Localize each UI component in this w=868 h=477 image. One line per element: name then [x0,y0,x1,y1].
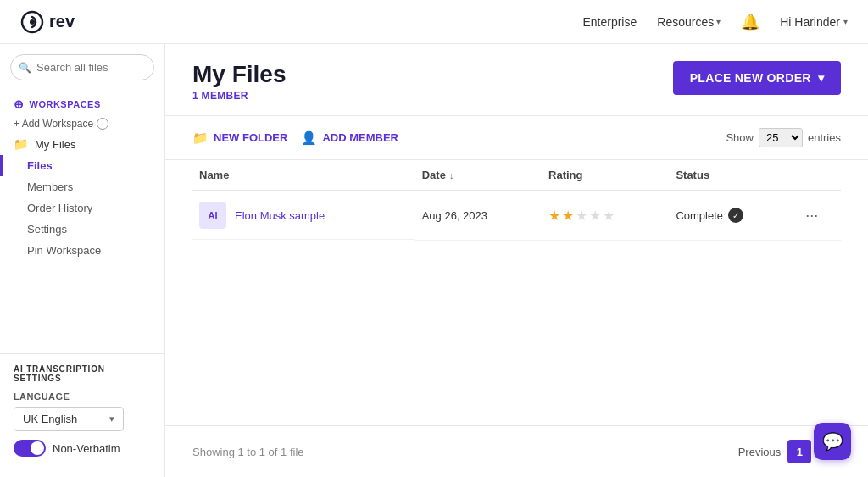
main-header: My Files 1 MEMBER PLACE NEW ORDER ▾ [165,44,868,116]
bell-icon[interactable]: 🔔 [741,13,760,31]
svg-point-1 [30,19,35,25]
ai-section-label: AI TRANSCRIPTION SETTINGS [14,364,151,383]
search-icon: 🔍 [19,62,31,74]
toolbar-right: Show 25 50 100 entries [726,128,841,147]
sidebar-item-files[interactable]: Files [0,155,164,176]
my-files-workspace[interactable]: 📁 My Files [0,133,164,155]
star-4: ★ [589,208,601,224]
file-actions-cell: ··· [798,191,841,240]
language-label: LANGUAGE [14,391,151,402]
col-header-status: Status [669,160,798,191]
user-menu[interactable]: Hi Harinder ▾ [780,15,848,29]
file-status-cell: Complete ✓ [669,191,798,240]
previous-page-button[interactable]: Previous [738,446,782,458]
sidebar-item-pin-workspace[interactable]: Pin Workspace [0,240,164,261]
sidebar-item-order-history[interactable]: Order History [0,197,164,219]
sidebar-item-members[interactable]: Members [0,176,164,197]
resources-chevron-icon: ▾ [716,17,721,26]
chat-icon: 💬 [822,431,843,452]
sidebar-item-settings[interactable]: Settings [0,219,164,240]
show-label: Show [726,131,754,144]
non-verbatim-label: Non-Verbatim [53,442,120,455]
search-input[interactable] [10,54,154,80]
language-value: UK English [23,413,77,425]
entries-per-page-select[interactable]: 25 50 100 [759,128,803,147]
folder-plus-icon: 📁 [192,130,209,146]
top-navigation: rev Enterprise Resources ▾ 🔔 Hi Harinder… [0,0,868,44]
file-name-link[interactable]: Elon Musk sample [235,209,325,222]
logo-icon [20,10,44,34]
header-title-section: My Files 1 MEMBER [192,61,286,102]
col-header-actions [798,160,841,191]
add-member-icon: 👤 [301,130,317,146]
status-check-icon: ✓ [728,208,743,223]
file-rating-cell: ★ ★ ★ ★ ★ [542,191,669,240]
non-verbatim-toggle-row: Non-Verbatim [14,440,151,457]
col-header-date[interactable]: Date ↓ [415,160,542,191]
chat-button[interactable]: 💬 [814,423,851,460]
language-select-chevron-icon: ▾ [109,413,114,424]
enterprise-link[interactable]: Enterprise [582,15,637,29]
search-container: 🔍 [10,54,154,80]
main-content: My Files 1 MEMBER PLACE NEW ORDER ▾ 📁 NE… [165,44,868,477]
sidebar-bottom-settings: AI TRANSCRIPTION SETTINGS LANGUAGE UK En… [0,353,164,467]
non-verbatim-toggle[interactable] [14,440,46,457]
showing-text: Showing 1 to 1 of 1 file [192,446,304,458]
star-1: ★ [548,208,560,224]
col-header-name: Name [192,160,415,191]
new-folder-button[interactable]: 📁 NEW FOLDER [192,130,287,146]
resources-dropdown[interactable]: Resources ▾ [657,15,721,29]
add-workspace-button[interactable]: + Add Workspace i [0,114,164,133]
date-sort-icon: ↓ [449,170,454,180]
sidebar: 🔍 ⊕ WORKSPACES + Add Workspace i 📁 My Fi… [0,44,165,477]
star-5: ★ [603,208,615,224]
table-footer: Showing 1 to 1 of 1 file Previous 1 Next [165,425,868,477]
file-date-cell: Aug 26, 2023 [415,191,542,240]
logo-text: rev [49,12,75,31]
workspaces-section-label: ⊕ WORKSPACES [0,94,164,114]
user-label: Hi Harinder [780,15,840,29]
info-icon: i [97,118,108,130]
logo[interactable]: rev [20,10,75,34]
table-row: AI Elon Musk sample Aug 26, 2023 ★ ★ ★ ★ [192,191,841,240]
folder-icon: 📁 [14,137,28,151]
star-3: ★ [576,208,587,224]
resources-label: Resources [657,15,714,29]
more-options-button[interactable]: ··· [805,207,818,225]
body-layout: 🔍 ⊕ WORKSPACES + Add Workspace i 📁 My Fi… [0,44,868,477]
files-table-container: Name Date ↓ Rating Status [165,160,868,425]
language-select[interactable]: UK English ▾ [14,407,124,431]
file-name-cell: AI Elon Musk sample [192,191,415,240]
toolbar: 📁 NEW FOLDER 👤 ADD MEMBER Show 25 50 100… [165,116,868,160]
page-title: My Files [192,61,286,88]
add-member-button[interactable]: 👤 ADD MEMBER [301,130,398,146]
entries-label: entries [808,131,841,144]
star-2: ★ [562,208,574,224]
toggle-knob [31,441,44,455]
place-order-chevron-icon: ▾ [818,71,824,85]
status-badge: Complete ✓ [676,208,792,223]
nav-right: Enterprise Resources ▾ 🔔 Hi Harinder ▾ [582,13,848,31]
star-rating[interactable]: ★ ★ ★ ★ ★ [548,208,662,224]
member-count: 1 MEMBER [192,90,286,102]
workspace-icon: ⊕ [14,97,25,111]
place-new-order-button[interactable]: PLACE NEW ORDER ▾ [673,61,841,95]
col-header-rating: Rating [542,160,669,191]
toolbar-left: 📁 NEW FOLDER 👤 ADD MEMBER [192,130,398,146]
user-chevron-icon: ▾ [843,17,848,26]
files-table: Name Date ↓ Rating Status [192,160,841,241]
file-type-icon: AI [199,202,226,229]
current-page: 1 [787,440,811,463]
